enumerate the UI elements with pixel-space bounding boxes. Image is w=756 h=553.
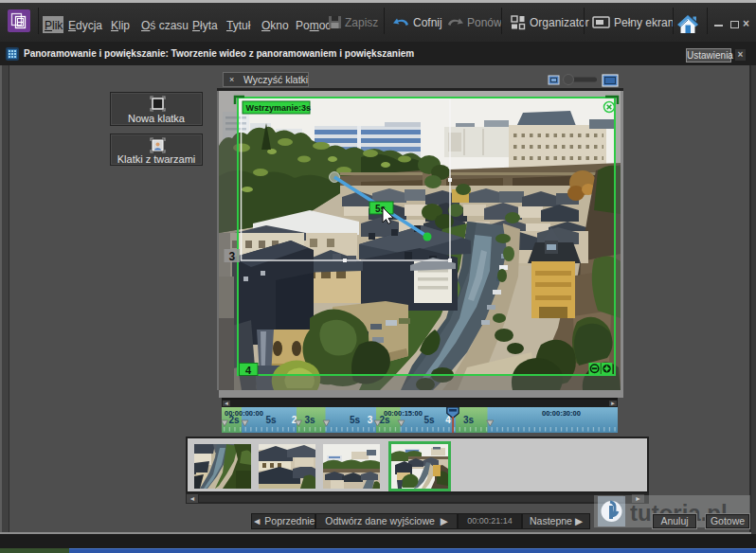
svg-text:00:00:15:00: 00:00:15:00 bbox=[384, 409, 423, 418]
svg-text:3: 3 bbox=[368, 415, 373, 425]
svg-text:2: 2 bbox=[292, 415, 297, 425]
svg-text:5s: 5s bbox=[423, 415, 435, 425]
svg-text:00:00:00:00: 00:00:00:00 bbox=[225, 409, 263, 418]
svg-text:4: 4 bbox=[245, 365, 252, 376]
svg-text:5s: 5s bbox=[350, 415, 361, 425]
svg-text:3s: 3s bbox=[463, 415, 475, 425]
svg-text:3s: 3s bbox=[304, 415, 315, 425]
svg-text:00:00:30:00: 00:00:30:00 bbox=[542, 409, 581, 418]
svg-text:Wstrzymanie:3s: Wstrzymanie:3s bbox=[246, 103, 312, 113]
svg-text:3: 3 bbox=[229, 250, 236, 263]
svg-text:5s: 5s bbox=[265, 415, 277, 425]
